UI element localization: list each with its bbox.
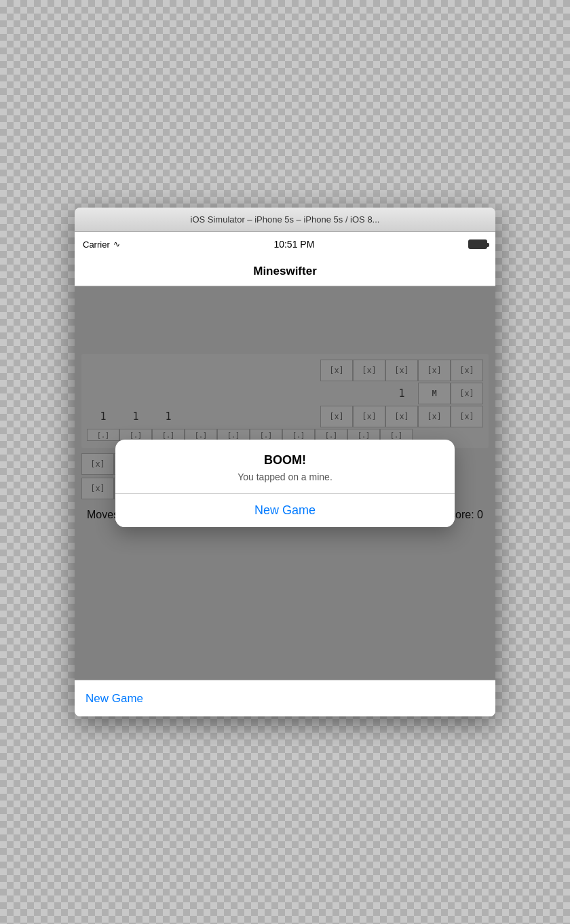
toolbar-new-game-button[interactable]: New Game [86,692,143,706]
carrier-text: Carrier [83,239,110,250]
alert-box: BOOM! You tapped on a mine. New Game [115,440,455,527]
alert-new-game-button[interactable]: New Game [115,494,455,527]
simulator-window: iOS Simulator – iPhone 5s – iPhone 5s / … [75,208,495,716]
status-time: 10:51 PM [273,239,314,250]
alert-content: BOOM! You tapped on a mine. [115,440,455,493]
status-bar: Carrier ∿ 10:51 PM [75,232,495,256]
nav-title: Mineswifter [253,265,317,278]
alert-title: BOOM! [129,453,441,467]
battery-icon [468,239,487,249]
alert-message: You tapped on a mine. [129,471,441,482]
nav-bar: Mineswifter [75,256,495,286]
status-right [468,239,487,249]
game-content: [x] [x] [x] [x] [x] 1 M [x] 1 1 [75,286,495,680]
toolbar: New Game [75,680,495,716]
phone-frame: Carrier ∿ 10:51 PM Mineswifter [x] [x] [… [75,232,495,716]
status-left: Carrier ∿ [83,239,120,250]
wifi-icon: ∿ [113,239,120,249]
title-bar: iOS Simulator – iPhone 5s – iPhone 5s / … [75,208,495,232]
title-bar-text: iOS Simulator – iPhone 5s – iPhone 5s / … [191,214,380,225]
alert-overlay: BOOM! You tapped on a mine. New Game [75,286,495,680]
